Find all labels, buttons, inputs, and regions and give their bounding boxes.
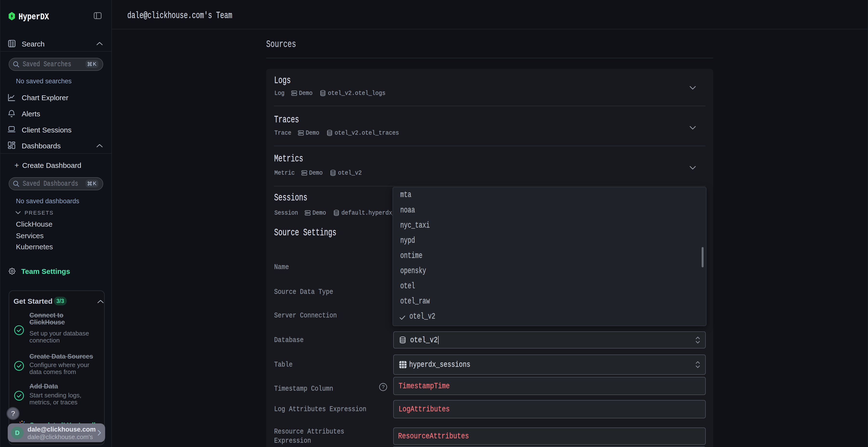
svg-text:?: ? [382,384,384,390]
